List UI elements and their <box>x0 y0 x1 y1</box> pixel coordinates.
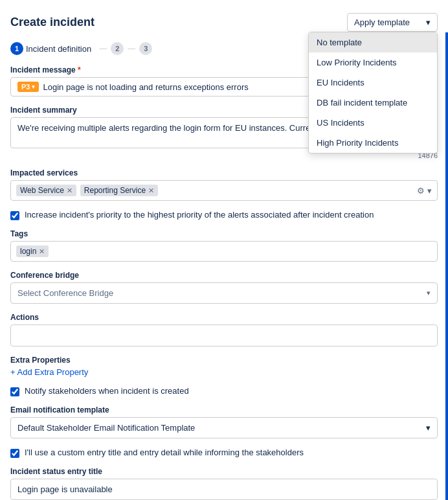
tag-login-label: login <box>20 247 36 256</box>
tag-login-remove[interactable]: ✕ <box>39 247 45 256</box>
template-menu-item-low-priority[interactable]: Low Priority Incidents <box>309 52 437 73</box>
add-extra-property-link[interactable]: + Add Extra Property <box>10 367 88 377</box>
page-container: Create incident Apply template ▾ No temp… <box>0 0 448 500</box>
chevron-down-icon: ▾ <box>426 17 431 27</box>
step-3-badge: 3 <box>139 42 152 55</box>
service-tag-reporting-label: Reporting Service <box>84 186 146 195</box>
custom-entry-checkbox-label: I'll use a custom entry title and entry … <box>25 448 304 457</box>
priority-badge[interactable]: P3 ▾ <box>17 82 39 92</box>
email-template-value: Default Stakeholder Email Notification T… <box>17 423 195 433</box>
status-title-label: Incident status entry title <box>10 467 438 476</box>
email-notification-label: Email notification template <box>10 405 438 415</box>
priority-checkbox[interactable] <box>10 211 19 220</box>
actions-input[interactable] <box>10 324 438 347</box>
service-tag-reporting-remove[interactable]: ✕ <box>148 187 154 195</box>
service-tag-web-remove[interactable]: ✕ <box>67 187 73 195</box>
tags-label: Tags <box>10 229 438 238</box>
extra-properties-label: Extra Properties <box>10 356 438 365</box>
service-tag-web: Web Service ✕ <box>16 185 76 196</box>
page-title: Create incident <box>10 16 95 29</box>
step-dash-2: — <box>128 44 135 53</box>
actions-label: Actions <box>10 313 438 322</box>
services-chevron-icon[interactable]: ▾ <box>427 186 432 196</box>
impacted-services-box[interactable]: Web Service ✕ Reporting Service ✕ ⚙ ▾ <box>10 180 438 201</box>
apply-template-button[interactable]: Apply template ▾ <box>347 13 438 32</box>
conference-bridge-section: Conference bridge Select Conference Brid… <box>10 271 438 304</box>
step-dash-1: — <box>99 44 107 53</box>
priority-chevron-icon: ▾ <box>32 84 35 90</box>
custom-entry-checkbox-row: I'll use a custom entry title and entry … <box>10 448 438 458</box>
notify-checkbox-label: Notify stakeholders when incident is cre… <box>25 386 189 396</box>
conference-bridge-select[interactable]: Select Conference Bridge ▾ <box>10 282 438 304</box>
email-template-chevron-icon: ▾ <box>426 423 431 433</box>
email-template-select[interactable]: Default Stakeholder Email Notification T… <box>10 417 438 438</box>
conference-bridge-chevron-icon: ▾ <box>427 289 431 297</box>
status-title-input[interactable] <box>10 479 438 500</box>
template-btn-label: Apply template <box>354 17 410 27</box>
conference-bridge-label: Conference bridge <box>10 271 438 280</box>
tags-section: Tags login ✕ <box>10 229 438 262</box>
template-menu-item-db-fail[interactable]: DB fail incident template <box>309 93 437 113</box>
right-border-accent <box>445 32 448 500</box>
step-2-badge: 2 <box>111 42 124 55</box>
priority-checkbox-label: Increase incident's priority to the high… <box>25 210 374 220</box>
priority-checkbox-row: Increase incident's priority to the high… <box>10 210 438 220</box>
gear-icon[interactable]: ⚙ <box>417 186 425 196</box>
conference-bridge-placeholder: Select Conference Bridge <box>17 288 113 298</box>
notify-checkbox-row: Notify stakeholders when incident is cre… <box>10 386 438 396</box>
notify-checkbox[interactable] <box>10 387 19 396</box>
step-1-label: Incident definition <box>26 44 91 54</box>
actions-section: Actions <box>10 313 438 347</box>
email-notification-section: Email notification template Default Stak… <box>10 405 438 438</box>
services-actions: ⚙ ▾ <box>417 186 432 196</box>
tags-box[interactable]: login ✕ <box>10 241 438 262</box>
priority-label: P3 <box>21 83 30 91</box>
template-menu-item-eu-incidents[interactable]: EU Incidents <box>309 73 437 93</box>
service-tag-web-label: Web Service <box>20 186 64 195</box>
service-tag-reporting: Reporting Service ✕ <box>80 185 158 196</box>
header-row: Create incident Apply template ▾ No temp… <box>10 13 438 32</box>
custom-entry-checkbox[interactable] <box>10 449 19 458</box>
template-dropdown[interactable]: Apply template ▾ No template Low Priorit… <box>347 13 438 32</box>
status-title-section: Incident status entry title 105 <box>10 467 438 500</box>
impacted-services-label: Impacted services <box>10 168 438 177</box>
template-menu-item-us-incidents[interactable]: US Incidents <box>309 113 437 133</box>
template-menu-item-high-priority[interactable]: High Priority Incidents <box>309 133 437 153</box>
required-marker: * <box>76 65 81 74</box>
status-title-input-wrapper: 105 <box>10 479 438 500</box>
step-1-badge: 1 <box>10 42 23 55</box>
template-menu: No template Low Priority Incidents EU In… <box>308 32 438 153</box>
extra-properties-section: Extra Properties + Add Extra Property <box>10 356 438 377</box>
impacted-services-section: Impacted services Web Service ✕ Reportin… <box>10 168 438 201</box>
template-menu-item-no-template[interactable]: No template <box>309 32 437 52</box>
tag-login: login ✕ <box>16 245 49 257</box>
